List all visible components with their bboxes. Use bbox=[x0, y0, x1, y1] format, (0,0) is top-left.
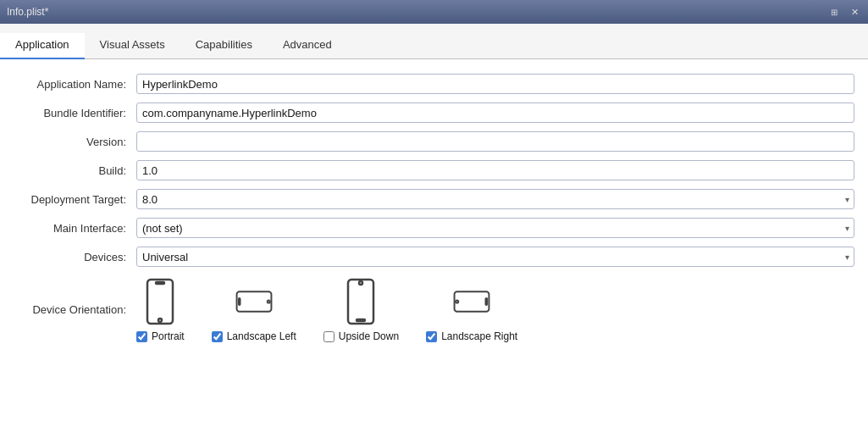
svg-rect-0 bbox=[147, 280, 173, 324]
portrait-checkbox[interactable] bbox=[136, 331, 147, 342]
deploy-select[interactable]: 8.0 7.0 7.1 8.1 8.2 8.3 8.4 9.0 bbox=[136, 189, 854, 209]
orientation-portrait: Portrait bbox=[136, 278, 185, 342]
landscape-left-icon bbox=[235, 278, 273, 325]
upside-down-check-label: Upside Down bbox=[339, 330, 399, 342]
title-bar-filename: Info.plist* bbox=[7, 6, 821, 18]
tab-capabilities[interactable]: Capabilities bbox=[180, 33, 268, 59]
deploy-select-wrapper: 8.0 7.0 7.1 8.1 8.2 8.3 8.4 9.0 ▾ bbox=[136, 189, 854, 209]
app-name-label: Application Name: bbox=[14, 78, 136, 91]
bundle-id-label: Bundle Identifier: bbox=[14, 107, 136, 119]
svg-rect-7 bbox=[357, 319, 365, 321]
landscape-right-check-label: Landscape Right bbox=[441, 330, 517, 342]
bundle-id-row: Bundle Identifier: bbox=[14, 98, 854, 127]
landscape-right-check-row: Landscape Right bbox=[426, 330, 517, 342]
title-bar: Info.plist* ⊞ ✕ bbox=[0, 0, 868, 24]
upside-down-check-row: Upside Down bbox=[323, 330, 399, 342]
landscape-left-checkbox[interactable] bbox=[212, 331, 223, 342]
tab-visual-assets[interactable]: Visual Assets bbox=[85, 33, 180, 59]
svg-point-5 bbox=[267, 300, 269, 302]
app-name-input[interactable] bbox=[136, 74, 854, 94]
svg-point-2 bbox=[158, 319, 162, 322]
svg-point-11 bbox=[456, 300, 458, 302]
deploy-label: Deployment Target: bbox=[14, 193, 136, 206]
orientation-landscape-left: Landscape Left bbox=[212, 278, 296, 342]
main-content: Application Visual Assets Capabilities A… bbox=[0, 24, 868, 438]
orientation-landscape-right: Landscape Right bbox=[426, 278, 517, 342]
app-name-row: Application Name: bbox=[14, 69, 854, 98]
portrait-check-label: Portrait bbox=[152, 330, 185, 342]
bundle-id-input[interactable] bbox=[136, 103, 854, 123]
orientation-label: Device Orientation: bbox=[14, 278, 136, 316]
devices-label: Devices: bbox=[14, 251, 136, 263]
orientation-upside-down: Upside Down bbox=[323, 278, 399, 342]
svg-rect-1 bbox=[156, 282, 164, 284]
devices-row: Devices: Universal iPhone iPad ▾ bbox=[14, 242, 854, 271]
landscape-right-checkbox[interactable] bbox=[426, 331, 437, 342]
deploy-row: Deployment Target: 8.0 7.0 7.1 8.1 8.2 8… bbox=[14, 185, 854, 213]
svg-rect-10 bbox=[486, 298, 488, 305]
devices-select-wrapper: Universal iPhone iPad ▾ bbox=[136, 247, 854, 267]
build-label: Build: bbox=[14, 164, 136, 177]
interface-label: Main Interface: bbox=[14, 222, 136, 235]
pin-button[interactable]: ⊞ bbox=[827, 5, 841, 19]
upside-down-checkbox[interactable] bbox=[323, 331, 334, 342]
interface-select[interactable]: (not set) Main LaunchScreen bbox=[136, 218, 854, 238]
close-button[interactable]: ✕ bbox=[848, 5, 861, 19]
svg-point-8 bbox=[359, 281, 362, 285]
version-row: Version: bbox=[14, 127, 854, 156]
devices-select[interactable]: Universal iPhone iPad bbox=[136, 247, 854, 267]
interface-row: Main Interface: (not set) Main LaunchScr… bbox=[14, 213, 854, 242]
portrait-check-row: Portrait bbox=[136, 330, 185, 342]
tab-advanced[interactable]: Advanced bbox=[268, 33, 347, 59]
tab-application[interactable]: Application bbox=[0, 33, 85, 59]
svg-rect-4 bbox=[239, 298, 240, 305]
landscape-left-check-label: Landscape Left bbox=[227, 330, 296, 342]
svg-rect-6 bbox=[348, 280, 373, 324]
version-label: Version: bbox=[14, 136, 136, 148]
version-input[interactable] bbox=[136, 131, 854, 152]
orientation-items: Portrait Landscape Left bbox=[136, 278, 517, 342]
svg-rect-9 bbox=[455, 291, 489, 312]
upside-down-icon bbox=[342, 278, 379, 325]
landscape-left-check-row: Landscape Left bbox=[212, 330, 296, 342]
interface-select-wrapper: (not set) Main LaunchScreen ▾ bbox=[136, 218, 854, 238]
portrait-icon bbox=[141, 278, 179, 325]
build-input[interactable] bbox=[136, 160, 854, 180]
tab-bar: Application Visual Assets Capabilities A… bbox=[0, 24, 868, 59]
build-row: Build: bbox=[14, 156, 854, 185]
form-area: Application Name: Bundle Identifier: Ver… bbox=[0, 59, 868, 438]
landscape-right-icon bbox=[453, 278, 490, 325]
svg-rect-3 bbox=[236, 291, 271, 312]
orientation-row: Device Orientation: Portrait bbox=[14, 271, 854, 349]
